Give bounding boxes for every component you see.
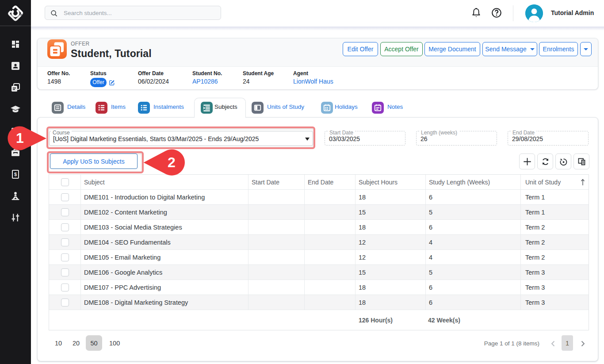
svg-text:$: $ (14, 172, 17, 177)
